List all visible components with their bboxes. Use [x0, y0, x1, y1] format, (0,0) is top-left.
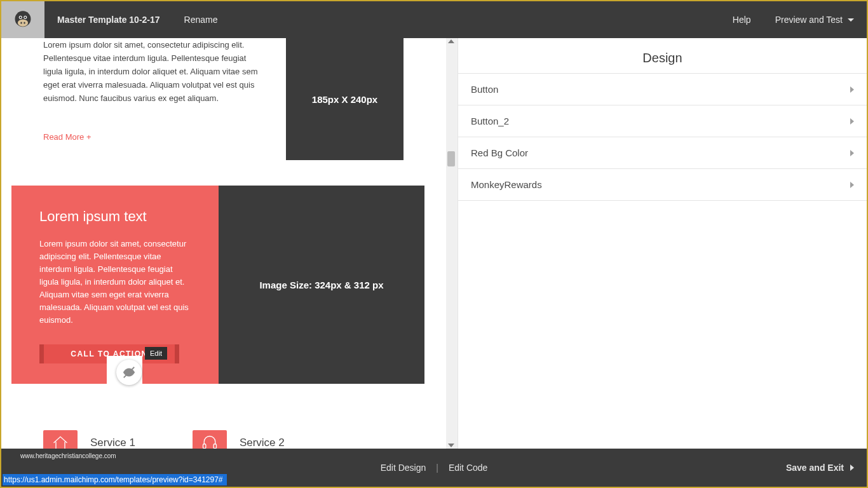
svg-rect-10: [203, 444, 205, 449]
app-logo[interactable]: [1, 1, 44, 38]
save-and-exit-label: Save and Exit: [786, 463, 844, 473]
red-block-heading: Lorem ipsum text: [39, 208, 191, 225]
service-1-label: Service 1: [90, 437, 135, 449]
chevron-right-icon: [850, 182, 854, 188]
top-bar: Master Template 10-2-17 Rename Help Prev…: [1, 1, 867, 38]
chevron-right-icon: [850, 86, 854, 93]
browser-status-url: https://us1.admin.mailchimp.com/template…: [3, 474, 227, 485]
panel-item-label: Button_2: [471, 116, 509, 126]
chevron-right-icon: [850, 118, 854, 125]
intro-paragraph: Lorem ipsum dolor sit amet, consectetur …: [43, 38, 262, 105]
separator: |: [436, 463, 438, 473]
svg-rect-11: [214, 444, 216, 449]
panel-item-red-bg-color[interactable]: Red Bg Color: [458, 137, 867, 169]
service-2-label: Service 2: [240, 437, 285, 449]
svg-point-4: [20, 17, 22, 18]
panel-item-button-2[interactable]: Button_2: [458, 105, 867, 137]
scroll-up-icon[interactable]: [448, 39, 454, 43]
scroll-down-icon[interactable]: [448, 444, 454, 447]
headset-icon: [193, 430, 227, 449]
image-placeholder-1[interactable]: 185px X 240px: [286, 38, 403, 160]
resize-handle-left[interactable]: [39, 344, 44, 363]
chevron-down-icon: [848, 18, 854, 22]
preview-and-test-menu[interactable]: Preview and Test: [775, 15, 854, 25]
watermark-text: www.heritagechristiancollege.com: [20, 452, 116, 459]
image-placeholder-2[interactable]: Image Size: 324px & 312 px: [219, 186, 424, 384]
chevron-right-icon: [850, 464, 854, 471]
editor-canvas[interactable]: Lorem ipsum dolor sit amet, consectetur …: [1, 38, 446, 449]
edit-design-link[interactable]: Edit Design: [381, 463, 426, 473]
chevron-right-icon: [850, 150, 854, 156]
svg-point-5: [25, 17, 27, 18]
canvas-scrollbar[interactable]: [446, 38, 458, 449]
svg-point-6: [20, 22, 22, 24]
template-name: Master Template 10-2-17: [57, 15, 160, 25]
design-panel: Design Button Button_2 Red Bg Color Monk…: [458, 38, 867, 449]
edit-button[interactable]: Edit: [145, 347, 167, 360]
rename-link[interactable]: Rename: [184, 15, 218, 25]
mailchimp-logo-icon: [10, 7, 36, 32]
eye-off-icon: [122, 365, 136, 379]
help-link[interactable]: Help: [733, 15, 751, 25]
save-and-exit-button[interactable]: Save and Exit: [786, 463, 854, 473]
scroll-thumb[interactable]: [447, 151, 455, 166]
visibility-toggle[interactable]: [116, 360, 142, 385]
panel-item-label: Red Bg Color: [471, 147, 528, 158]
panel-item-monkeyrewards[interactable]: MonkeyRewards: [458, 169, 867, 201]
panel-item-label: Button: [471, 84, 498, 95]
panel-title: Design: [458, 38, 867, 73]
house-icon: [43, 430, 78, 449]
services-row: Service 1 Service 2: [43, 428, 426, 449]
edit-code-link[interactable]: Edit Code: [449, 463, 487, 473]
service-item-2[interactable]: Service 2: [193, 428, 285, 449]
service-item-1[interactable]: Service 1: [43, 428, 135, 449]
panel-item-button[interactable]: Button: [458, 74, 867, 105]
svg-point-1: [18, 19, 28, 26]
red-block-body: Lorem ipsum dolor sit amet, consectetur …: [39, 238, 191, 327]
preview-and-test-label: Preview and Test: [775, 15, 843, 25]
read-more-link[interactable]: Read More +: [43, 132, 92, 142]
panel-item-label: MonkeyRewards: [471, 179, 542, 190]
svg-point-7: [24, 22, 25, 24]
resize-handle-right[interactable]: [175, 344, 179, 363]
